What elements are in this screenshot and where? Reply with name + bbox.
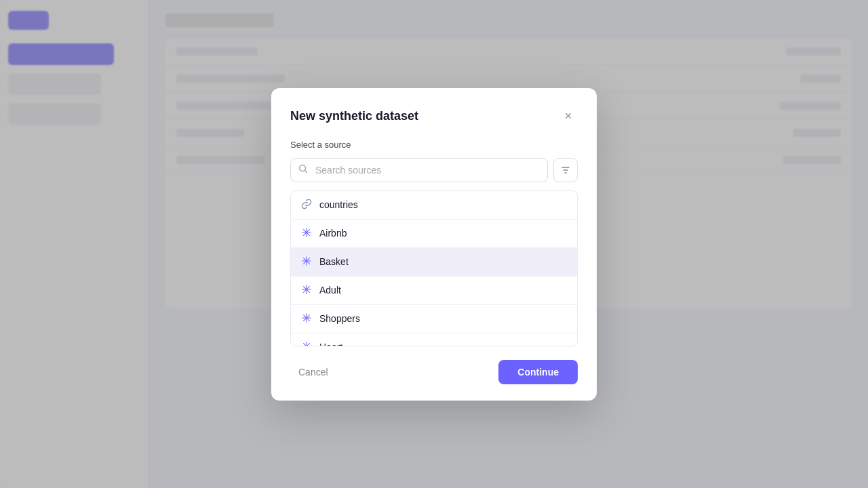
sparkle-icon (300, 312, 313, 326)
source-item-label: Shoppers (319, 313, 360, 324)
sparkle-icon (300, 283, 313, 298)
modal-title: New synthetic dataset (290, 109, 418, 123)
cancel-button[interactable]: Cancel (290, 361, 336, 383)
modal-header: New synthetic dataset × (290, 107, 578, 126)
modal-close-button[interactable]: × (559, 107, 578, 126)
sort-icon (560, 165, 571, 176)
search-input-wrap (290, 158, 548, 182)
sparkle-icon (300, 255, 313, 269)
search-row (290, 158, 578, 182)
source-item[interactable]: Heart (291, 333, 577, 346)
section-label: Select a source (290, 140, 578, 150)
search-sources-input[interactable] (290, 158, 548, 182)
source-item-label: countries (319, 199, 358, 210)
link-icon (300, 198, 313, 212)
modal-footer: Cancel Continue (290, 360, 578, 384)
modal-overlay: New synthetic dataset × Select a source (0, 0, 868, 488)
source-item-label: Adult (319, 285, 341, 296)
source-list: countries Airbnb Basket Adult Shoppers H… (290, 190, 578, 346)
new-synthetic-dataset-modal: New synthetic dataset × Select a source (271, 88, 597, 401)
source-item[interactable]: countries (291, 191, 577, 220)
source-item-label: Airbnb (319, 228, 347, 239)
source-item[interactable]: Shoppers (291, 305, 577, 333)
source-item-label: Heart (319, 342, 342, 346)
source-item[interactable]: Airbnb (291, 220, 577, 248)
sparkle-icon (300, 226, 313, 241)
sort-button[interactable] (553, 158, 578, 182)
sparkle-icon (300, 340, 313, 346)
source-item[interactable]: Basket (291, 248, 577, 277)
source-item[interactable]: Adult (291, 277, 577, 305)
source-item-label: Basket (319, 256, 349, 267)
continue-button[interactable]: Continue (498, 360, 578, 384)
